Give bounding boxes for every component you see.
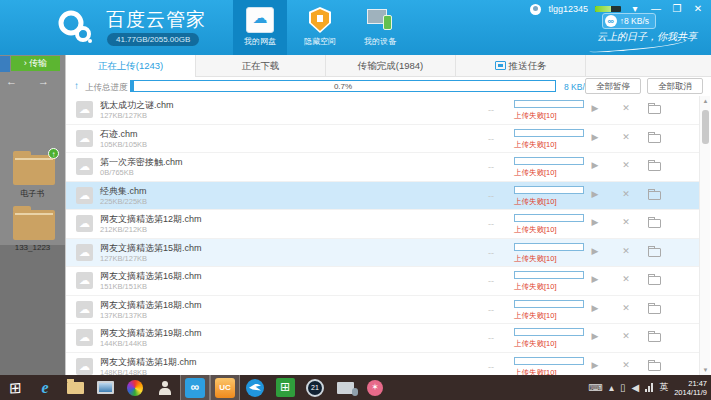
background-file-window: › 传输 ← → ↑ 电子书 133_1223 [0,55,65,375]
pause-all-button[interactable]: 全部暂停 [585,78,641,94]
cancel-icon[interactable]: ✕ [619,160,633,170]
uc-browser-icon[interactable]: UC [210,375,240,400]
resume-icon[interactable]: ▶ [588,274,602,284]
nav-my-drive[interactable]: 我的网盘 [233,0,287,55]
file-explorer-icon [67,382,84,394]
upload-row[interactable]: ☁ 网友文摘精选第1期.chm 148KB/148KB -- 上传失败[10] … [66,353,700,376]
upload-summary-row: ↑ 上传总进度 0.7% 8 KB/s 全部暂停 全部取消 [66,77,711,96]
scroll-up-icon[interactable]: ▲ [700,98,711,104]
resume-icon[interactable]: ▶ [588,189,602,199]
folder-133-1223[interactable] [13,210,55,240]
speaker-icon[interactable]: ◀ [631,382,639,393]
dial-app-icon[interactable]: 21 [300,375,330,400]
nav-hidden-space[interactable]: 隐藏空间 [293,0,347,55]
clock-time: 21:47 [674,379,707,388]
media-pinwheel-icon[interactable] [120,375,150,400]
upload-row[interactable]: ☁ 网友文摘精选第19期.chm 144KB/144KB -- 上传失败[10]… [66,324,700,353]
cancel-icon[interactable]: ✕ [619,274,633,284]
open-folder-icon[interactable] [648,333,661,342]
open-folder-icon[interactable] [648,105,661,114]
wireless-tool-icon[interactable]: ✶ [360,375,390,400]
hidden-icons-chevron[interactable]: ▴ [609,382,614,393]
open-folder-icon[interactable] [648,305,661,314]
cancel-all-button[interactable]: 全部取消 [647,78,703,94]
thunder-bird-icon[interactable] [240,375,270,400]
upload-row[interactable]: ☁ 第一次亲密接触.chm 0B/765KB -- 上传失败[10] ▶ ✕ [66,153,700,182]
username[interactable]: tlgg12345 [548,4,588,14]
upload-row[interactable]: ☁ 石迹.chm 105KB/105KB -- 上传失败[10] ▶ ✕ [66,125,700,154]
resume-icon[interactable]: ▶ [588,331,602,341]
user-avatar[interactable] [530,4,541,15]
scroll-down-icon[interactable]: ▼ [700,367,711,373]
tab-completed[interactable]: 传输完成(1984) [326,55,456,77]
open-folder-icon[interactable] [648,362,661,371]
green-office-icon[interactable]: ⊞ [270,375,300,400]
resume-icon[interactable]: ▶ [588,103,602,113]
phone-tray-icon[interactable]: ▯ [620,382,626,393]
network-signal-icon[interactable] [645,383,653,392]
bg-toolbar-icon[interactable] [0,56,10,72]
user-level-bar [595,6,621,12]
background-lower-area [0,245,65,375]
start-button[interactable]: ⊞ [0,375,30,400]
upload-row[interactable]: ☁ 网友文摘精选第18期.chm 137KB/137KB -- 上传失败[10]… [66,296,700,325]
file-cloud-icon: ☁ [76,101,93,118]
tab-downloading[interactable]: 正在下载 [196,55,326,77]
tab-push-tasks[interactable]: 推送任务 [456,55,586,77]
upload-arrow-icon: ↑ [74,80,79,91]
open-folder-icon[interactable] [648,276,661,285]
contacts-icon[interactable] [150,375,180,400]
upload-row[interactable]: ☁ 网友文摘精选第16期.chm 151KB/151KB -- 上传失败[10]… [66,267,700,296]
file-cloud-icon: ☁ [76,272,93,289]
upload-row[interactable]: ☁ 网友文摘精选第12期.chm 212KB/212KB -- 上传失败[10]… [66,210,700,239]
close-button[interactable]: ✕ [691,2,705,16]
file-size: 144KB/144KB [100,339,147,348]
restore-button[interactable]: ❐ [670,2,684,16]
transfer-window: 正在上传(1243) 正在下载 传输完成(1984) 推送任务 ↑ 上传总进度 … [65,55,711,375]
cancel-icon[interactable]: ✕ [619,189,633,199]
keyboard-icon[interactable]: ⌨ [589,382,603,393]
cancel-icon[interactable]: ✕ [619,217,633,227]
resume-icon[interactable]: ▶ [588,132,602,142]
pc-tool-icon[interactable] [330,375,360,400]
remote-desktop-icon[interactable] [90,375,120,400]
ime-language-indicator[interactable]: 英 [659,381,668,394]
resume-icon[interactable]: ▶ [588,160,602,170]
baidu-cloud-icon[interactable]: ∞ [180,375,210,400]
devices-icon [366,7,394,33]
folder-ebooks[interactable]: ↑ [13,155,55,185]
scrollbar-thumb[interactable] [702,110,709,144]
resume-icon[interactable]: ▶ [588,360,602,370]
file-explorer-icon[interactable] [60,375,90,400]
upload-row[interactable]: ☁ 犹太成功之谜.chm 127KB/127KB -- 上传失败[10] ▶ ✕ [66,96,700,125]
app-header: 百度云管家 41.77GB/2055.00GB 我的网盘 隐藏空间 我的设备 t… [0,0,711,55]
dial-app-icon: 21 [306,379,324,397]
cancel-icon[interactable]: ✕ [619,246,633,256]
floating-speed-badge[interactable]: ∞ ↑8 KB/s [602,13,656,29]
cancel-icon[interactable]: ✕ [619,103,633,113]
open-folder-icon[interactable] [648,191,661,200]
upload-row[interactable]: ☁ 网友文摘精选第15期.chm 127KB/127KB -- 上传失败[10]… [66,239,700,268]
nav-my-devices[interactable]: 我的设备 [353,0,407,55]
resume-icon[interactable]: ▶ [588,217,602,227]
cancel-icon[interactable]: ✕ [619,331,633,341]
open-folder-icon[interactable] [648,219,661,228]
list-scrollbar[interactable]: ▲ ▼ [699,96,710,375]
ie-browser-icon[interactable]: e [30,375,60,400]
bg-transfer-button[interactable]: › 传输 [11,56,60,71]
resume-icon[interactable]: ▶ [588,303,602,313]
file-speed: -- [488,191,494,201]
open-folder-icon[interactable] [648,162,661,171]
mini-logo-icon: ∞ [605,15,617,27]
bg-nav-arrows[interactable]: ← → [6,75,58,87]
upload-row[interactable]: ☁ 经典集.chm 225KB/225KB -- 上传失败[10] ▶ ✕ [66,182,700,211]
clock[interactable]: 21:47 2014/11/9 [674,379,709,397]
cancel-icon[interactable]: ✕ [619,132,633,142]
open-folder-icon[interactable] [648,248,661,257]
open-folder-icon[interactable] [648,134,661,143]
cancel-icon[interactable]: ✕ [619,303,633,313]
resume-icon[interactable]: ▶ [588,246,602,256]
cancel-icon[interactable]: ✕ [619,360,633,370]
baidu-cloud-logo-icon [55,8,97,50]
tab-uploading[interactable]: 正在上传(1243) [66,55,196,77]
